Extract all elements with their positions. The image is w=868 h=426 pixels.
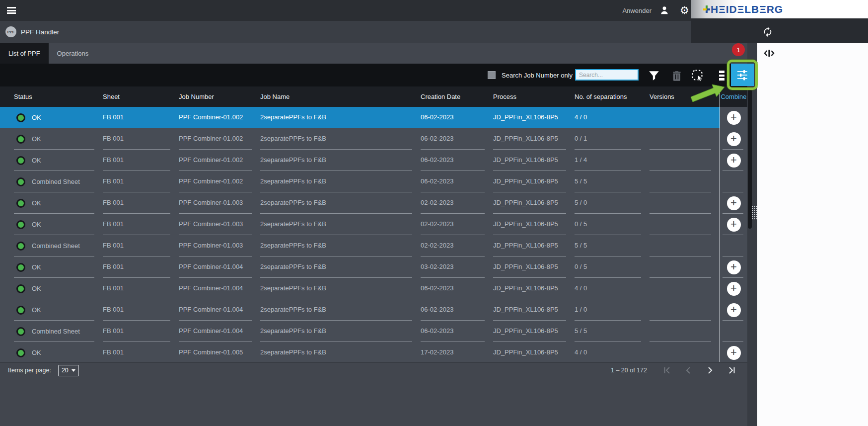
- column-settings-button[interactable]: [731, 64, 754, 86]
- tab-bar: List of PPF Operations: [0, 43, 757, 64]
- previous-page-icon[interactable]: [684, 366, 692, 374]
- job-number-cell: PPF Combiner-01.004: [179, 256, 260, 278]
- column-header-combine[interactable]: Combine: [720, 86, 747, 107]
- combine-add-button[interactable]: +: [727, 132, 741, 146]
- combine-add-button[interactable]: +: [727, 282, 741, 296]
- user-name-label[interactable]: Anwender: [622, 7, 651, 14]
- separations-cell: 5 / 5: [575, 171, 650, 192]
- status-cell: OK: [14, 278, 103, 299]
- job-number-cell: PPF Combiner-01.003: [179, 192, 260, 214]
- table-row[interactable]: Combined Sheet FB 001 PPF Combiner-01.00…: [0, 321, 747, 342]
- table-row[interactable]: OK FB 001 PPF Combiner-01.004 2separateP…: [0, 299, 747, 321]
- combine-cell: +: [720, 278, 747, 299]
- heidelberg-logo-text: HΞIDΞLBΞRG: [711, 3, 783, 15]
- separations-cell: 5 / 5: [575, 235, 650, 256]
- table-row[interactable]: OK FB 001 PPF Combiner-01.002 2separateP…: [0, 128, 747, 150]
- status-cell: OK: [14, 299, 103, 321]
- tab-operations[interactable]: Operations: [49, 43, 97, 64]
- creation-date-cell: 06-02-2023: [421, 128, 493, 150]
- process-cell: JD_PPFin_XL106-8P5: [493, 107, 575, 128]
- column-header-status[interactable]: Status: [14, 86, 103, 107]
- process-cell: JD_PPFin_XL106-8P5: [493, 235, 575, 256]
- filter-icon[interactable]: [648, 70, 660, 83]
- more-options-icon[interactable]: [719, 71, 724, 84]
- column-header-process[interactable]: Process: [493, 86, 575, 107]
- sheet-cell: FB 001: [103, 107, 179, 128]
- search-input[interactable]: [575, 69, 639, 81]
- combine-cell: +: [720, 150, 747, 171]
- column-header-job_number[interactable]: Job Number: [179, 86, 260, 107]
- tab-list-of-ppf[interactable]: List of PPF: [0, 43, 49, 64]
- status-green-icon: [16, 327, 25, 336]
- column-header-creation_date[interactable]: Creation Date: [421, 86, 493, 107]
- combine-add-button[interactable]: +: [727, 303, 741, 317]
- combine-add-button[interactable]: +: [727, 154, 741, 168]
- column-header-separations[interactable]: No. of separations: [575, 86, 650, 107]
- status-cell: OK: [14, 192, 103, 214]
- combine-add-button[interactable]: +: [727, 218, 741, 232]
- search-job-number-only-label: Search Job Number only: [502, 72, 573, 79]
- last-page-icon[interactable]: [728, 366, 736, 374]
- status-cell: OK: [14, 256, 103, 278]
- sheet-cell: FB 001: [103, 342, 179, 362]
- sheet-cell: FB 001: [103, 278, 179, 299]
- table-row[interactable]: Combined Sheet FB 001 PPF Combiner-01.00…: [0, 235, 747, 256]
- refresh-icon[interactable]: [762, 26, 773, 37]
- column-header-job_name[interactable]: Job Name: [260, 86, 421, 107]
- combine-cell: +: [720, 107, 747, 128]
- first-page-icon[interactable]: [663, 366, 671, 374]
- table-row[interactable]: OK FB 001 PPF Combiner-01.003 2separateP…: [0, 214, 747, 235]
- table-row[interactable]: OK FB 001 PPF Combiner-01.005 2separateP…: [0, 342, 747, 362]
- items-per-page-select[interactable]: 20: [58, 365, 79, 376]
- settings-gear-icon[interactable]: ⚙: [680, 4, 689, 17]
- separations-cell: 4 / 0: [575, 107, 650, 128]
- expand-panel-icon[interactable]: [763, 47, 775, 59]
- combine-add-button[interactable]: +: [727, 111, 741, 125]
- table-row[interactable]: OK FB 001 PPF Combiner-01.002 2separateP…: [0, 107, 747, 128]
- next-page-icon[interactable]: [706, 366, 714, 374]
- versions-cell: [650, 299, 720, 321]
- combine-add-button[interactable]: +: [727, 346, 741, 360]
- status-green-icon: [16, 306, 25, 315]
- search-job-number-only-checkbox[interactable]: [488, 71, 496, 79]
- user-icon[interactable]: [659, 5, 670, 16]
- job-number-cell: PPF Combiner-01.004: [179, 321, 260, 342]
- separations-cell: 0 / 5: [575, 214, 650, 235]
- status-cell: OK: [14, 150, 103, 171]
- combine-add-button[interactable]: +: [727, 260, 741, 274]
- table-body: OK FB 001 PPF Combiner-01.002 2separateP…: [0, 107, 747, 362]
- column-header-versions[interactable]: Versions: [650, 86, 720, 107]
- hamburger-menu-icon[interactable]: [7, 7, 16, 14]
- job-number-cell: PPF Combiner-01.003: [179, 235, 260, 256]
- sheet-cell: FB 001: [103, 150, 179, 171]
- sheet-cell: FB 001: [103, 235, 179, 256]
- creation-date-cell: 06-02-2023: [421, 150, 493, 171]
- marquee-select-icon[interactable]: [691, 69, 704, 82]
- table-row[interactable]: OK FB 001 PPF Combiner-01.002 2separateP…: [0, 150, 747, 171]
- process-cell: JD_PPFin_XL106-8P5: [493, 256, 575, 278]
- separations-cell: 1 / 4: [575, 150, 650, 171]
- table-row[interactable]: OK FB 001 PPF Combiner-01.004 2separateP…: [0, 278, 747, 299]
- status-green-icon: [16, 199, 25, 208]
- status-green-icon: [16, 113, 25, 122]
- versions-cell: [650, 278, 720, 299]
- table-row[interactable]: Combined Sheet FB 001 PPF Combiner-01.00…: [0, 171, 747, 192]
- job-number-cell: PPF Combiner-01.004: [179, 299, 260, 321]
- column-header-sheet[interactable]: Sheet: [103, 86, 179, 107]
- status-green-icon: [16, 263, 25, 272]
- job-name-cell: 2separatePPFs to F&B: [260, 256, 421, 278]
- panel-resize-handle[interactable]: [751, 205, 757, 220]
- creation-date-cell: 17-02-2023: [421, 342, 493, 362]
- sheet-cell: FB 001: [103, 321, 179, 342]
- combine-cell: [720, 171, 747, 192]
- process-cell: JD_PPFin_XL106-8P5: [493, 150, 575, 171]
- delete-icon[interactable]: [670, 70, 683, 83]
- table-row[interactable]: OK FB 001 PPF Combiner-01.004 2separateP…: [0, 256, 747, 278]
- status-cell: Combined Sheet: [14, 235, 103, 256]
- job-name-cell: 2separatePPFs to F&B: [260, 171, 421, 192]
- combine-cell: [720, 321, 747, 342]
- job-number-cell: PPF Combiner-01.003: [179, 214, 260, 235]
- combine-add-button[interactable]: +: [727, 196, 741, 210]
- process-cell: JD_PPFin_XL106-8P5: [493, 299, 575, 321]
- table-row[interactable]: OK FB 001 PPF Combiner-01.003 2separateP…: [0, 192, 747, 214]
